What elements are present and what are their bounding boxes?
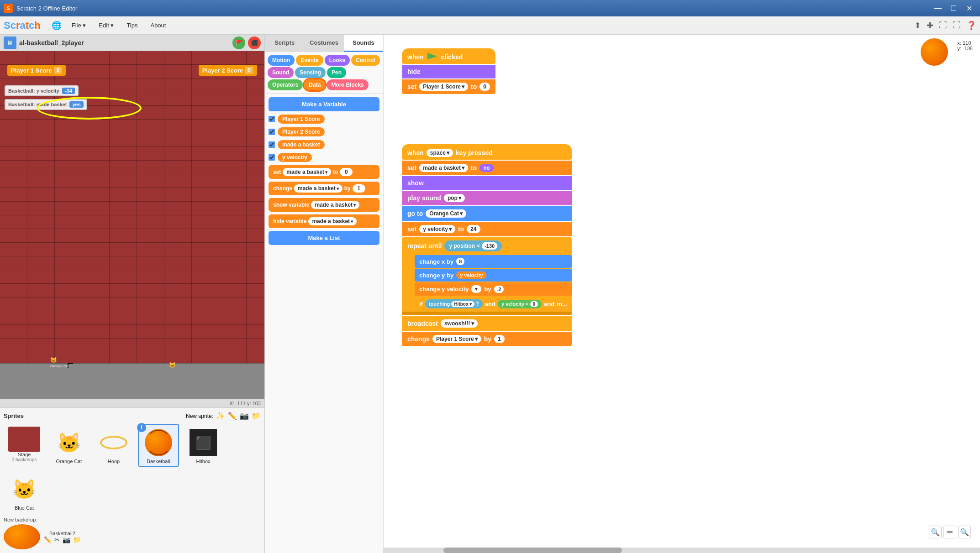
space-dropdown[interactable]: space▾ — [427, 149, 453, 157]
fullscreen2-icon[interactable]: ⛶ — [953, 21, 961, 30]
basketball2-sprite-thumb[interactable] — [4, 524, 40, 549]
folder-icon[interactable]: 📁 — [252, 412, 261, 420]
no-chip[interactable]: no — [479, 164, 494, 172]
change-block[interactable]: change made a basket by 1 — [269, 182, 379, 195]
sprite-cell-basketball[interactable]: i Basketball — [138, 424, 179, 467]
when-clicked-block[interactable]: when clicked — [402, 48, 495, 64]
var-check-p1score[interactable] — [269, 116, 275, 122]
broadcast-dropdown[interactable]: swoosh!!!▾ — [441, 319, 478, 328]
stage-sprite-cell[interactable]: Stage 2 backdrops — [4, 424, 45, 467]
cat-sound[interactable]: Sound — [268, 67, 294, 78]
set-val-input[interactable]: 0 — [479, 83, 490, 91]
paint-star-icon[interactable]: ✨ — [216, 412, 225, 420]
cat-data[interactable]: Data — [304, 79, 325, 90]
touching-chip[interactable]: touching Hitbox▾ ? — [425, 299, 483, 308]
cat-motion[interactable]: Motion — [268, 55, 295, 66]
hide-variable-block[interactable]: hide variable made a basket — [269, 214, 379, 228]
paint-brush-icon[interactable]: ✏️ — [228, 412, 237, 420]
help-icon[interactable]: ❓ — [966, 21, 976, 31]
info-button[interactable]: i — [137, 423, 146, 432]
cat-sensing[interactable]: Sensing — [295, 67, 326, 78]
upload-icon[interactable]: ⬆ — [914, 21, 921, 31]
tab-sounds[interactable]: Sounds — [344, 35, 383, 52]
hide-var-dropdown[interactable]: made a basket — [308, 217, 357, 225]
yvel-input[interactable]: 24 — [467, 225, 480, 233]
var-check-madebasket[interactable] — [269, 141, 275, 148]
change-y-block[interactable]: change y by y velocity — [415, 269, 572, 282]
file-menu[interactable]: File — [69, 20, 89, 31]
backdrop-cut-icon[interactable]: ✂ — [54, 536, 60, 543]
zoom-in-button[interactable]: 🔍 — [929, 526, 942, 538]
about-menu[interactable]: About — [148, 20, 169, 31]
blue-cat-sprite[interactable]: 🐱 — [169, 362, 176, 368]
change-yvel-block[interactable]: change y velocity ▾ by -2 — [415, 282, 572, 296]
script-scrollbar[interactable] — [384, 548, 980, 553]
go-to-block[interactable]: go to Orange Cat▾ — [402, 206, 572, 221]
goto-dropdown[interactable]: Orange Cat▾ — [426, 209, 466, 218]
camera-icon[interactable]: 📷 — [240, 412, 249, 420]
fullscreen-icon[interactable]: ⛶ — [939, 21, 947, 30]
var-check-yvelocity[interactable] — [269, 154, 275, 161]
set-var-dropdown[interactable]: made a basket — [283, 168, 331, 176]
cat-events[interactable]: Events — [296, 55, 323, 66]
p1score-dropdown[interactable]: Player 1 Score▾ — [419, 83, 468, 91]
edit-menu[interactable]: Edit — [96, 20, 116, 31]
zoom-reset-button[interactable]: ═ — [943, 526, 956, 538]
script-canvas[interactable]: x: 110 y: -138 when clicked hide — [384, 35, 980, 548]
set-p1score-block[interactable]: set Player 1 Score▾ to 0 — [402, 79, 495, 94]
set-block[interactable]: set made a basket to 0 — [269, 165, 379, 179]
p1score-dropdown2[interactable]: Player 1 Score▾ — [432, 335, 481, 343]
make-list-button[interactable]: Make a List — [269, 231, 379, 245]
hitbox-dropdown[interactable]: Hitbox▾ — [451, 301, 474, 307]
change-p1score-block[interactable]: change Player 1 Score▾ by 1 — [402, 332, 572, 346]
minimize-button[interactable]: — — [931, 2, 945, 15]
show-variable-block[interactable]: show variable made a basket — [269, 198, 379, 212]
yvel-change-val[interactable]: -2 — [494, 286, 504, 293]
repeat-condition[interactable]: y position < -130 — [444, 240, 502, 251]
hide-block[interactable]: hide — [402, 65, 495, 78]
make-variable-button[interactable]: Make a Variable — [269, 97, 379, 111]
set-yvel-block[interactable]: set y velocity▾ to 24 — [402, 222, 572, 236]
when-space-block[interactable]: when space▾ key pressed — [402, 144, 572, 160]
set-madebasket-block[interactable]: set made a basket▾ to no — [402, 161, 572, 175]
var-chip-madebasket[interactable]: made a basket — [278, 140, 325, 149]
broadcast-block[interactable]: broadcast swoosh!!!▾ — [402, 316, 572, 331]
cat-operators[interactable]: Operators — [268, 79, 303, 90]
cat-control[interactable]: Control — [351, 55, 380, 66]
backdrop-paint-icon[interactable]: ✏️ — [44, 536, 52, 543]
green-flag-button[interactable]: 🚩 — [232, 37, 245, 49]
change-var-dropdown[interactable]: made a basket — [294, 184, 342, 193]
pos-val[interactable]: -130 — [482, 242, 497, 250]
close-button[interactable]: ✕ — [962, 2, 976, 15]
sprite-cell-hoop[interactable]: Hoop — [93, 424, 134, 467]
script-scroll-thumb[interactable] — [443, 548, 622, 553]
show-block[interactable]: show — [402, 176, 572, 190]
p1-change-val[interactable]: 1 — [494, 335, 505, 343]
repeat-until-block[interactable]: repeat until y position < -130 change x … — [402, 237, 572, 315]
tips-menu[interactable]: Tips — [124, 20, 140, 31]
cat-pen[interactable]: Pen — [327, 67, 346, 78]
backdrop-camera-icon[interactable]: 📷 — [63, 536, 70, 543]
orange-cat-sprite[interactable]: 🐱 Orange Cat — [50, 357, 69, 368]
if-touching-block[interactable]: if touching Hitbox▾ ? and — [415, 297, 572, 310]
tab-costumes[interactable]: Costumes — [304, 35, 343, 52]
sprite-cell-hitbox[interactable]: ⬛ Hitbox — [183, 424, 224, 467]
tab-scripts[interactable]: Scripts — [265, 35, 304, 52]
cat-looks[interactable]: Looks — [325, 55, 350, 66]
var-chip-p2score[interactable]: Player 2 Score — [278, 127, 325, 136]
yvel-chip2[interactable]: y velocity — [456, 271, 486, 279]
var-chip-yvelocity[interactable]: y velocity — [278, 153, 312, 162]
yvel-dropdown[interactable]: y velocity▾ — [419, 225, 455, 233]
play-sound-block[interactable]: play sound pop▾ — [402, 191, 572, 205]
sprite-cell-orange-cat[interactable]: 🐱 Orange Cat — [48, 424, 90, 467]
var-check-p2score[interactable] — [269, 129, 275, 135]
x-val[interactable]: 8 — [456, 258, 464, 265]
yvel-condition[interactable]: y velocity < 0 — [498, 300, 542, 308]
globe-icon[interactable]: 🌐 — [52, 21, 62, 31]
zoom-out-button[interactable]: 🔍 — [958, 526, 971, 538]
backdrop-folder-icon[interactable]: 📁 — [73, 536, 81, 543]
show-var-dropdown[interactable]: made a basket — [311, 201, 359, 209]
madebasket-dropdown[interactable]: made a basket▾ — [419, 164, 468, 172]
var-chip-p1score[interactable]: Player 1 Score — [278, 115, 325, 124]
sprite-cell-blue-cat[interactable]: 🐱 Blue Cat — [4, 470, 45, 513]
